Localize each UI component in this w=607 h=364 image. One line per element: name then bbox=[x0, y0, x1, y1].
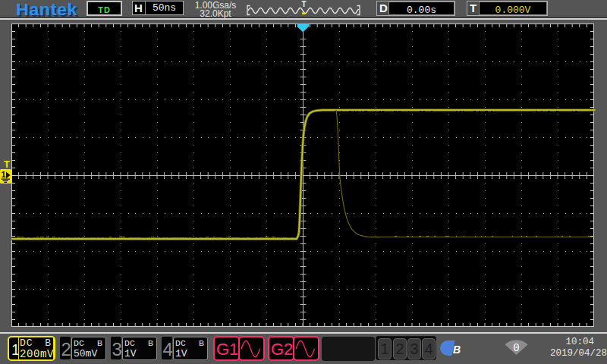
svg-text:T: T bbox=[301, 0, 306, 8]
svg-text:1: 1 bbox=[2, 170, 6, 179]
svg-text:B: B bbox=[453, 344, 461, 356]
